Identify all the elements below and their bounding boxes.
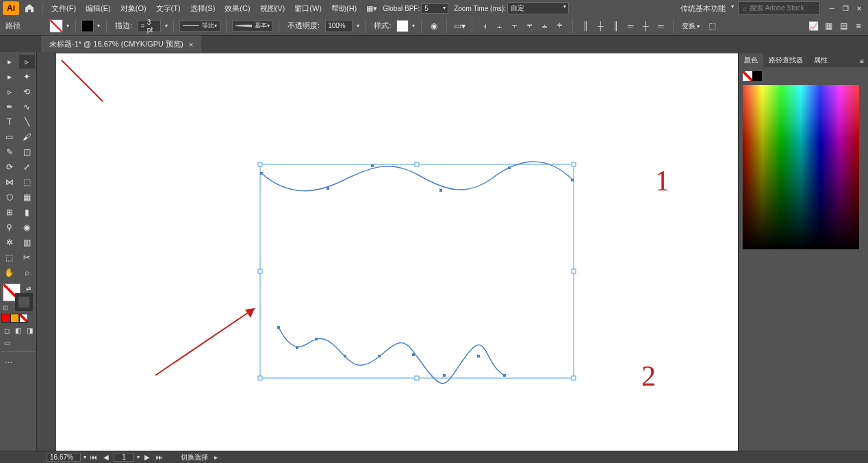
- selection-tool-icon[interactable]: ▸: [1, 70, 18, 84]
- search-stock[interactable]: ⌕ 搜索 Adobe Stock: [738, 1, 820, 15]
- paintbrush-tool-icon[interactable]: 🖌: [19, 130, 36, 144]
- line-segment-tool-icon[interactable]: ╲: [19, 115, 36, 129]
- menu-object[interactable]: 对象(O): [116, 2, 151, 15]
- dist-h-right-icon[interactable]: ║: [609, 19, 622, 33]
- lasso-tool-icon[interactable]: ⟲: [19, 85, 36, 99]
- free-transform-tool-icon[interactable]: ⬚: [19, 175, 36, 189]
- dropdown-arrow-icon[interactable]: ▾: [165, 23, 168, 29]
- dist-h-left-icon[interactable]: ║: [578, 19, 592, 33]
- tab-close-icon[interactable]: ×: [189, 40, 193, 49]
- symbol-sprayer-tool-icon[interactable]: ✲: [1, 236, 18, 249]
- direct-selection-tool-icon[interactable]: ▹: [1, 85, 18, 99]
- dist-v-center-icon[interactable]: ┼: [639, 19, 652, 33]
- column-graph-tool-icon[interactable]: ▥: [19, 236, 36, 249]
- gradient-tool-icon[interactable]: ▮: [19, 205, 36, 219]
- menu-select[interactable]: 选择(S): [186, 2, 220, 15]
- zoom-tool-icon[interactable]: ⌕: [19, 266, 36, 279]
- dist-v-top-icon[interactable]: ═: [624, 19, 637, 33]
- panel-fill-icon[interactable]: [743, 71, 752, 81]
- edit-toolbar-icon[interactable]: ⋯: [1, 356, 15, 370]
- align-right-icon[interactable]: ⫟: [508, 19, 522, 33]
- swap-fill-stroke-icon[interactable]: ⇄: [26, 285, 31, 292]
- snap-pixel-icon[interactable]: ▦: [821, 19, 835, 33]
- color-spectrum-picker[interactable]: [743, 85, 859, 249]
- dist-h-center-icon[interactable]: ┼: [593, 19, 607, 33]
- eyedropper-tool-icon[interactable]: ⚲: [1, 221, 18, 234]
- graphic-style-swatch[interactable]: [396, 20, 409, 32]
- opacity-input[interactable]: 100%: [325, 20, 353, 32]
- screen-mode-icon[interactable]: ▭: [1, 338, 12, 347]
- prev-artboard-icon[interactable]: ◀: [101, 453, 111, 461]
- align-left-icon[interactable]: ⫞: [478, 19, 492, 33]
- align-bottom-icon[interactable]: ⫩: [553, 19, 567, 33]
- home-icon[interactable]: [23, 2, 36, 14]
- align-top-icon[interactable]: ⫧: [523, 19, 537, 33]
- app-logo[interactable]: Ai: [3, 1, 19, 15]
- global-bpf-dropdown[interactable]: 5: [421, 3, 448, 14]
- document-tab[interactable]: 未标题-1* @ 16.67% (CMYK/GPU 预览) ×: [41, 36, 201, 52]
- restore-button[interactable]: ❐: [839, 3, 852, 13]
- menu-edit[interactable]: 编辑(E): [81, 2, 115, 15]
- zoom-level-input[interactable]: 16.67%: [47, 453, 81, 462]
- selection-tab-icon[interactable]: ▸: [1, 55, 18, 68]
- draw-inside-icon[interactable]: ◨: [25, 325, 35, 335]
- close-button[interactable]: ✕: [853, 3, 865, 13]
- workspace-switcher[interactable]: 传统基本功能: [675, 2, 737, 15]
- artboard-dropdown-icon[interactable]: ▾: [137, 454, 140, 460]
- color-swatch[interactable]: [10, 314, 19, 323]
- align-vcenter-icon[interactable]: ⫨: [538, 19, 552, 33]
- artboard-number-input[interactable]: 1: [114, 453, 134, 462]
- slice-tool-icon[interactable]: ✂: [19, 251, 36, 264]
- none-swatch[interactable]: [19, 314, 28, 323]
- shape-builder-tool-icon[interactable]: ⬡: [1, 190, 18, 204]
- minimize-button[interactable]: ─: [826, 3, 838, 13]
- draw-behind-icon[interactable]: ◧: [13, 325, 23, 335]
- preferences-icon[interactable]: ≡: [852, 19, 865, 33]
- menu-help[interactable]: 帮助(H): [327, 2, 361, 15]
- dropdown-arrow-icon[interactable]: ▾: [357, 23, 359, 29]
- color-swatch[interactable]: [1, 314, 10, 323]
- panel-tab-properties[interactable]: 属性: [808, 53, 833, 67]
- brush-definition-dropdown[interactable]: 基本▾: [232, 21, 273, 32]
- pen-tool-icon[interactable]: ✒: [1, 100, 18, 114]
- transform-button[interactable]: 变换: [679, 21, 702, 31]
- artboard-tool-icon[interactable]: ⬚: [1, 251, 18, 264]
- align-hcenter-icon[interactable]: ⫠: [493, 19, 507, 33]
- blend-tool-icon[interactable]: ◉: [19, 221, 36, 234]
- hand-tool-icon[interactable]: ✋: [1, 266, 18, 279]
- first-artboard-icon[interactable]: ⏮: [89, 453, 99, 461]
- canvas-area[interactable]: 1 2: [37, 52, 738, 451]
- shaper-tool-icon[interactable]: ✎: [1, 145, 18, 159]
- status-dropdown-icon[interactable]: ▸: [211, 453, 220, 461]
- artboard[interactable]: 1 2: [56, 53, 738, 451]
- menu-window[interactable]: 窗口(W): [290, 2, 326, 15]
- dist-v-bottom-icon[interactable]: ═: [654, 19, 667, 33]
- mesh-tool-icon[interactable]: ⊞: [1, 205, 18, 219]
- rotate-tool-icon[interactable]: ⟳: [1, 160, 18, 174]
- layout-icon[interactable]: ▦▾: [366, 3, 377, 14]
- stroke-swatch[interactable]: [81, 20, 94, 32]
- stroke-color-icon[interactable]: [15, 293, 33, 311]
- panel-stroke-icon[interactable]: [752, 71, 762, 81]
- stroke-weight-input[interactable]: ≎ 3 pt: [138, 20, 161, 32]
- next-artboard-icon[interactable]: ▶: [142, 453, 152, 461]
- eraser-tool-icon[interactable]: ◫: [19, 145, 36, 159]
- menu-type[interactable]: 文字(T): [152, 2, 185, 15]
- graph-icon[interactable]: 📈: [806, 19, 820, 33]
- panel-tab-pathfinder[interactable]: 路径查找器: [763, 53, 808, 67]
- fill-stroke-control[interactable]: ⇄ ◱: [1, 284, 34, 311]
- width-tool-icon[interactable]: ⋈: [1, 175, 18, 189]
- menu-file[interactable]: 文件(F): [47, 2, 80, 15]
- stroke-profile-dropdown[interactable]: 等比▾: [179, 21, 220, 32]
- panel-fill-stroke[interactable]: [743, 71, 864, 81]
- perspective-grid-tool-icon[interactable]: ▦: [19, 190, 36, 204]
- rectangle-tool-icon[interactable]: ▭: [1, 130, 18, 144]
- zoom-dropdown-icon[interactable]: ▾: [84, 454, 86, 460]
- draw-normal-icon[interactable]: ◻: [1, 325, 12, 335]
- menu-effect[interactable]: 效果(C): [220, 2, 254, 15]
- align-to-icon[interactable]: ▭▾: [452, 19, 466, 33]
- last-artboard-icon[interactable]: ⏭: [155, 453, 164, 461]
- recolor-artwork-icon[interactable]: ◉: [427, 19, 441, 33]
- direct-selection-tab-icon[interactable]: ▹: [19, 55, 36, 68]
- default-fill-stroke-icon[interactable]: ◱: [3, 305, 8, 311]
